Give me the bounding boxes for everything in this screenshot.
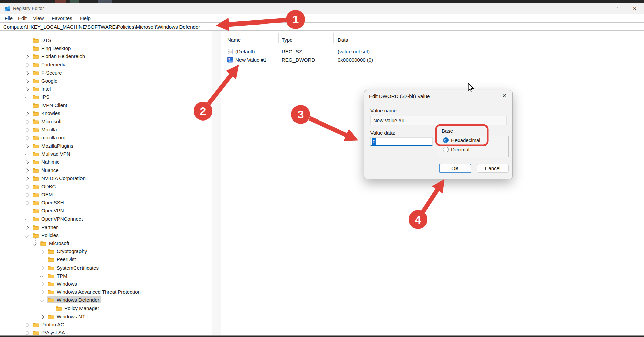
chevron-icon[interactable] [25,193,29,197]
chevron-icon[interactable] [40,282,44,286]
column-header-type[interactable]: Type [282,37,293,43]
tree-item[interactable]: Policies [1,232,222,240]
tree-item-body[interactable]: MozillaPlugins [32,142,75,149]
tree-item-body[interactable]: Intel [32,85,53,92]
tree-item[interactable]: Partner [1,224,222,232]
cancel-button[interactable]: Cancel [477,164,509,173]
column-separator[interactable] [333,33,334,43]
tree-item[interactable]: Fing Desktop [1,45,222,53]
decimal-radio[interactable] [443,147,449,152]
value-row[interactable]: ab (Default) REG_SZ (value not set) [223,47,643,56]
tree-item-body[interactable]: Cryptography [47,248,89,255]
address-bar[interactable]: Computer\HKEY_LOCAL_MACHINE\SOFTWARE\Pol… [0,22,644,31]
tree-item-body[interactable]: DTS [32,37,53,44]
tree-item[interactable]: NVIDIA Corporation [1,175,222,183]
hexadecimal-radio[interactable] [443,137,449,143]
tree-item[interactable]: Nahimic [1,158,222,166]
tree-item-body[interactable]: OpenVPNConnect [32,215,85,222]
tree-item-body[interactable]: OEM [32,191,55,198]
menu-favorites[interactable]: Favorites [52,15,72,21]
chevron-icon[interactable] [25,160,29,164]
tree-item[interactable]: Florian Heidenreich [1,53,222,61]
hexadecimal-radio-label[interactable]: Hexadecimal [451,137,480,143]
tree-item[interactable]: mozilla.org [1,134,222,142]
chevron-icon[interactable] [25,331,29,335]
pane-splitter[interactable] [222,31,222,335]
tree-item-body[interactable]: Windows NT [47,313,87,320]
chevron-icon[interactable] [25,128,29,132]
tree-item-body[interactable]: Florian Heidenreich [32,53,87,60]
chevron-icon[interactable] [25,112,29,115]
menu-file[interactable]: File [5,15,13,21]
tree-scrollbar-track[interactable] [212,31,221,335]
tree-item-body[interactable]: Windows Defender [47,296,101,303]
tree-item[interactable]: SystemCertificates [1,264,222,272]
tree-item-body[interactable]: Policies [32,232,61,239]
tree-item[interactable]: Knowles [1,110,222,118]
column-separator[interactable] [378,33,378,43]
tree-item-body[interactable]: Windows [47,280,79,287]
chevron-icon[interactable] [40,315,44,319]
column-header-data[interactable]: Data [338,37,348,43]
chevron-icon[interactable] [25,55,29,59]
tree-item-body[interactable]: Microsoft [39,240,71,247]
tree-item[interactable]: Google [1,77,222,85]
chevron-icon[interactable] [25,226,29,229]
chevron-icon[interactable] [25,201,29,205]
menu-help[interactable]: Help [80,15,91,21]
tree-item-body[interactable]: Partner [32,224,60,231]
tree-item-body[interactable]: Mullvad VPN [32,150,72,157]
tree-item[interactable]: Nuance [1,166,222,175]
chevron-icon[interactable] [40,291,44,294]
tree-item-body[interactable]: Nuance [32,166,61,174]
chevron-icon[interactable] [25,79,29,83]
dialog-close-icon[interactable]: ✕ [501,93,508,99]
tree-item-body[interactable]: Windows Advanced Threat Protection [47,288,143,295]
tree-item-body[interactable]: PVsyst SA [32,329,67,335]
tree-item-body[interactable]: Proton AG [32,321,66,328]
column-separator[interactable] [278,33,279,43]
ok-button[interactable]: OK [439,164,471,173]
tree-item[interactable]: Windows Advanced Threat Protection [1,288,222,296]
chevron-icon[interactable] [25,136,29,140]
tree-item[interactable]: Cryptography [1,248,222,256]
value-data-input[interactable]: 0 [370,137,433,146]
tree-item-body[interactable]: NVIDIA Corporation [32,175,88,182]
tree-item-body[interactable]: PeerDist [47,256,78,263]
tree-item[interactable]: Intel [1,85,222,93]
chevron-icon[interactable] [25,169,29,173]
chevron-icon[interactable] [25,177,29,181]
tree-item[interactable]: IPS [1,93,222,101]
chevron-icon[interactable] [25,120,29,124]
tree-item-body[interactable]: IVPN Client [32,102,69,109]
tree-item[interactable]: Microsoft [1,240,222,248]
chevron-icon[interactable] [25,63,29,67]
chevron-icon[interactable] [25,185,29,189]
chevron-icon[interactable] [40,266,44,270]
tree-item-body[interactable]: Knowles [32,110,62,117]
chevron-icon[interactable] [25,234,29,237]
chevron-icon[interactable] [25,71,29,75]
tree-item[interactable]: Mozilla [1,126,222,134]
tree-item[interactable]: Microsoft [1,118,222,126]
tree-item[interactable]: OpenVPNConnect [1,215,222,223]
tree-item-body[interactable]: Microsoft [32,118,64,125]
close-button[interactable]: ✕ [627,3,642,14]
menu-view[interactable]: View [33,15,44,21]
tree-item-body[interactable]: Mozilla [32,126,59,133]
tree-item[interactable]: F-Secure [1,69,222,77]
tree-item-body[interactable]: TPM [47,272,69,279]
column-header-name[interactable]: Name [227,37,241,43]
tree-item-body[interactable]: IPS [32,93,51,100]
tree-item[interactable]: OpenVPN [1,207,222,215]
chevron-icon[interactable] [25,88,29,91]
tree-item[interactable]: PVsyst SA [1,329,222,335]
tree-item-body[interactable]: OpenVPN [32,207,66,214]
chevron-icon[interactable] [25,323,29,327]
tree-item[interactable]: PeerDist [1,256,222,264]
tree-item-body[interactable]: OpenSSH [32,199,66,206]
tree-item-body[interactable]: Google [32,77,59,84]
chevron-icon[interactable] [25,144,29,148]
tree-item[interactable]: Windows Defender [1,296,222,304]
tree-item-body[interactable]: Policy Manager [55,305,101,312]
